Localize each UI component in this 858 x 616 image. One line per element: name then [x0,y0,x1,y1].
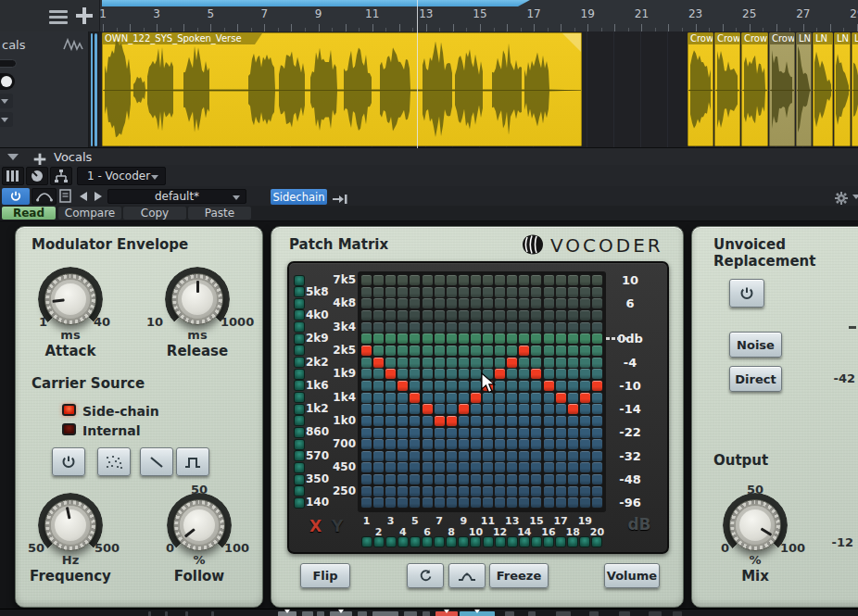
matrix-cell[interactable] [373,381,384,391]
matrix-cell[interactable] [556,298,566,308]
pulse-carrier-button[interactable] [176,447,209,476]
matrix-cell[interactable] [471,486,481,497]
matrix-cell[interactable] [495,346,505,356]
band-enable-led[interactable] [295,370,304,379]
matrix-cell[interactable] [495,275,505,285]
matrix-cell[interactable] [544,451,554,461]
matrix-cell[interactable] [373,358,384,368]
matrix-cell[interactable] [531,462,541,472]
matrix-cell[interactable] [459,393,469,403]
matrix-cell[interactable] [423,333,433,344]
matrix-cell[interactable] [568,451,578,461]
matrix-cell[interactable] [495,358,505,368]
column-enable-led[interactable] [532,537,541,547]
matrix-cell[interactable] [471,428,481,438]
matrix-cell[interactable] [459,275,469,285]
matrix-cell[interactable] [531,275,541,285]
band-enable-led[interactable] [295,381,304,390]
add-tab-icon[interactable] [34,154,46,166]
sidechain-source-led[interactable] [62,404,76,416]
matrix-cell[interactable] [531,369,541,379]
matrix-cell[interactable] [397,416,408,426]
matrix-cell[interactable] [544,333,554,344]
matrix-cell[interactable] [580,298,590,308]
internal-source-led[interactable] [62,423,76,435]
matrix-cell[interactable] [435,310,445,321]
matrix-cell[interactable] [556,439,566,449]
mixer-view-icon[interactable] [2,167,24,185]
matrix-cell[interactable] [471,287,481,297]
matrix-cell[interactable] [447,404,457,414]
matrix-cell[interactable] [556,462,566,472]
matrix-cell[interactable] [592,416,602,426]
matrix-cell[interactable] [507,369,517,379]
track-scrollbar[interactable] [89,31,99,148]
matrix-cell[interactable] [435,369,445,379]
matrix-cell[interactable] [435,287,445,297]
matrix-cell[interactable] [507,393,517,403]
matrix-cell[interactable] [519,275,529,285]
matrix-cell[interactable] [410,486,420,497]
matrix-cell[interactable] [544,428,554,438]
matrix-cell[interactable] [592,439,602,449]
matrix-cell[interactable] [397,381,408,391]
matrix-cell[interactable] [519,404,529,414]
range-segment[interactable] [505,611,514,616]
range-segment[interactable] [302,611,313,616]
matrix-cell[interactable] [410,393,420,403]
matrix-cell[interactable] [531,451,541,461]
matrix-cell[interactable] [471,439,481,449]
add-track-icon[interactable] [76,7,93,24]
matrix-cell[interactable] [519,287,529,297]
matrix-cell[interactable] [435,416,445,426]
matrix-cell[interactable] [507,275,517,285]
matrix-cell[interactable] [447,393,457,403]
matrix-cell[interactable] [556,369,566,379]
range-segment[interactable] [372,611,398,616]
matrix-cell[interactable] [385,451,396,461]
matrix-cell[interactable] [447,462,457,472]
matrix-cell[interactable] [361,381,372,391]
matrix-cell[interactable] [410,298,420,308]
matrix-cell[interactable] [459,322,469,333]
matrix-cell[interactable] [507,486,517,497]
matrix-cell[interactable] [592,486,602,497]
matrix-cell[interactable] [471,358,481,368]
matrix-cell[interactable] [385,381,396,391]
range-segment[interactable] [619,611,630,616]
matrix-cell[interactable] [385,439,396,449]
matrix-cell[interactable] [397,358,408,368]
noise-button[interactable]: Noise [729,332,782,358]
matrix-cell[interactable] [385,369,396,379]
matrix-cell[interactable] [361,486,372,497]
matrix-cell[interactable] [397,322,408,333]
matrix-cell[interactable] [471,474,481,484]
range-segment[interactable] [358,611,367,616]
matrix-cell[interactable] [361,428,372,438]
matrix-cell[interactable] [397,333,408,344]
column-enable-led[interactable] [484,537,493,547]
matrix-cell[interactable] [568,358,578,368]
matrix-cell[interactable] [483,474,493,484]
matrix-cell[interactable] [592,310,602,321]
matrix-cell[interactable] [507,439,517,449]
matrix-cell[interactable] [544,474,554,484]
matrix-cell[interactable] [410,322,420,333]
matrix-cell[interactable] [447,333,457,344]
matrix-cell[interactable] [423,416,433,426]
matrix-cell[interactable] [580,369,590,379]
band-enable-led[interactable] [295,486,304,496]
sidechain-button[interactable]: Sidechain [271,189,327,205]
matrix-cell[interactable] [580,428,590,438]
matrix-cell[interactable] [459,416,469,426]
matrix-cell[interactable] [580,393,590,403]
collapse-icon[interactable] [7,154,19,160]
matrix-cell[interactable] [568,404,578,414]
matrix-cell[interactable] [471,322,481,333]
matrix-cell[interactable] [483,416,493,426]
matrix-cell[interactable] [556,381,566,391]
matrix-cell[interactable] [361,298,372,308]
matrix-cell[interactable] [397,439,408,449]
audio-clip[interactable]: Crow [769,32,795,146]
matrix-cell[interactable] [580,416,590,426]
